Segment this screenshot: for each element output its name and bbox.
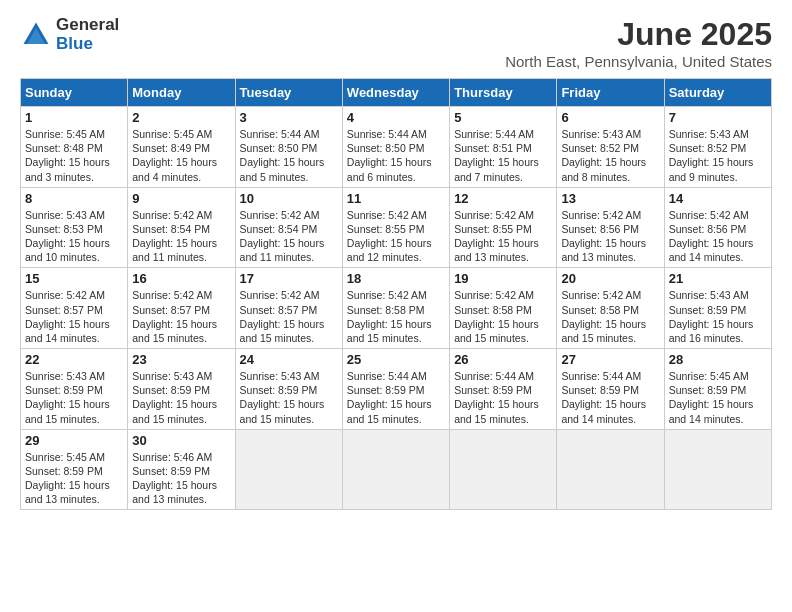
logo-blue: Blue xyxy=(56,35,119,54)
calendar-cell: 28Sunrise: 5:45 AMSunset: 8:59 PMDayligh… xyxy=(664,349,771,430)
calendar-cell: 30Sunrise: 5:46 AMSunset: 8:59 PMDayligh… xyxy=(128,429,235,510)
header-wednesday: Wednesday xyxy=(342,79,449,107)
day-info: Sunrise: 5:42 AMSunset: 8:56 PMDaylight:… xyxy=(561,208,659,265)
day-number: 8 xyxy=(25,191,123,206)
calendar-cell: 20Sunrise: 5:42 AMSunset: 8:58 PMDayligh… xyxy=(557,268,664,349)
calendar-cell: 9Sunrise: 5:42 AMSunset: 8:54 PMDaylight… xyxy=(128,187,235,268)
calendar-cell: 21Sunrise: 5:43 AMSunset: 8:59 PMDayligh… xyxy=(664,268,771,349)
calendar-cell: 18Sunrise: 5:42 AMSunset: 8:58 PMDayligh… xyxy=(342,268,449,349)
day-number: 22 xyxy=(25,352,123,367)
day-info: Sunrise: 5:45 AMSunset: 8:48 PMDaylight:… xyxy=(25,127,123,184)
day-number: 30 xyxy=(132,433,230,448)
day-info: Sunrise: 5:44 AMSunset: 8:59 PMDaylight:… xyxy=(347,369,445,426)
day-number: 28 xyxy=(669,352,767,367)
calendar-table: Sunday Monday Tuesday Wednesday Thursday… xyxy=(20,78,772,510)
day-info: Sunrise: 5:43 AMSunset: 8:52 PMDaylight:… xyxy=(669,127,767,184)
day-number: 3 xyxy=(240,110,338,125)
week-row-2: 8Sunrise: 5:43 AMSunset: 8:53 PMDaylight… xyxy=(21,187,772,268)
calendar-cell: 13Sunrise: 5:42 AMSunset: 8:56 PMDayligh… xyxy=(557,187,664,268)
weekday-header-row: Sunday Monday Tuesday Wednesday Thursday… xyxy=(21,79,772,107)
day-info: Sunrise: 5:43 AMSunset: 8:59 PMDaylight:… xyxy=(25,369,123,426)
day-info: Sunrise: 5:42 AMSunset: 8:54 PMDaylight:… xyxy=(132,208,230,265)
day-number: 17 xyxy=(240,271,338,286)
day-info: Sunrise: 5:42 AMSunset: 8:58 PMDaylight:… xyxy=(454,288,552,345)
header-monday: Monday xyxy=(128,79,235,107)
title-block: June 2025 North East, Pennsylvania, Unit… xyxy=(505,16,772,70)
location-subtitle: North East, Pennsylvania, United States xyxy=(505,53,772,70)
day-info: Sunrise: 5:45 AMSunset: 8:49 PMDaylight:… xyxy=(132,127,230,184)
day-number: 14 xyxy=(669,191,767,206)
day-info: Sunrise: 5:43 AMSunset: 8:59 PMDaylight:… xyxy=(132,369,230,426)
calendar-cell: 23Sunrise: 5:43 AMSunset: 8:59 PMDayligh… xyxy=(128,349,235,430)
calendar-cell: 6Sunrise: 5:43 AMSunset: 8:52 PMDaylight… xyxy=(557,107,664,188)
header-sunday: Sunday xyxy=(21,79,128,107)
day-number: 6 xyxy=(561,110,659,125)
day-info: Sunrise: 5:45 AMSunset: 8:59 PMDaylight:… xyxy=(25,450,123,507)
day-number: 1 xyxy=(25,110,123,125)
week-row-5: 29Sunrise: 5:45 AMSunset: 8:59 PMDayligh… xyxy=(21,429,772,510)
day-number: 23 xyxy=(132,352,230,367)
calendar-cell: 24Sunrise: 5:43 AMSunset: 8:59 PMDayligh… xyxy=(235,349,342,430)
day-info: Sunrise: 5:42 AMSunset: 8:56 PMDaylight:… xyxy=(669,208,767,265)
calendar-cell xyxy=(664,429,771,510)
logo-general: General xyxy=(56,16,119,35)
calendar-cell: 29Sunrise: 5:45 AMSunset: 8:59 PMDayligh… xyxy=(21,429,128,510)
calendar-cell: 12Sunrise: 5:42 AMSunset: 8:55 PMDayligh… xyxy=(450,187,557,268)
calendar-cell: 10Sunrise: 5:42 AMSunset: 8:54 PMDayligh… xyxy=(235,187,342,268)
day-info: Sunrise: 5:42 AMSunset: 8:57 PMDaylight:… xyxy=(25,288,123,345)
day-number: 26 xyxy=(454,352,552,367)
calendar-cell: 7Sunrise: 5:43 AMSunset: 8:52 PMDaylight… xyxy=(664,107,771,188)
header: General Blue June 2025 North East, Penns… xyxy=(20,16,772,70)
day-info: Sunrise: 5:44 AMSunset: 8:59 PMDaylight:… xyxy=(454,369,552,426)
day-info: Sunrise: 5:42 AMSunset: 8:58 PMDaylight:… xyxy=(561,288,659,345)
day-number: 15 xyxy=(25,271,123,286)
day-info: Sunrise: 5:43 AMSunset: 8:59 PMDaylight:… xyxy=(240,369,338,426)
day-number: 11 xyxy=(347,191,445,206)
calendar-cell: 14Sunrise: 5:42 AMSunset: 8:56 PMDayligh… xyxy=(664,187,771,268)
calendar-cell: 11Sunrise: 5:42 AMSunset: 8:55 PMDayligh… xyxy=(342,187,449,268)
day-number: 27 xyxy=(561,352,659,367)
day-number: 19 xyxy=(454,271,552,286)
day-info: Sunrise: 5:44 AMSunset: 8:50 PMDaylight:… xyxy=(347,127,445,184)
header-saturday: Saturday xyxy=(664,79,771,107)
day-number: 4 xyxy=(347,110,445,125)
day-info: Sunrise: 5:43 AMSunset: 8:52 PMDaylight:… xyxy=(561,127,659,184)
day-number: 21 xyxy=(669,271,767,286)
day-number: 7 xyxy=(669,110,767,125)
logo-icon xyxy=(20,19,52,51)
calendar-cell: 2Sunrise: 5:45 AMSunset: 8:49 PMDaylight… xyxy=(128,107,235,188)
calendar-cell xyxy=(342,429,449,510)
header-thursday: Thursday xyxy=(450,79,557,107)
calendar-cell xyxy=(235,429,342,510)
calendar-cell: 8Sunrise: 5:43 AMSunset: 8:53 PMDaylight… xyxy=(21,187,128,268)
day-info: Sunrise: 5:43 AMSunset: 8:53 PMDaylight:… xyxy=(25,208,123,265)
header-friday: Friday xyxy=(557,79,664,107)
calendar-cell: 27Sunrise: 5:44 AMSunset: 8:59 PMDayligh… xyxy=(557,349,664,430)
day-number: 16 xyxy=(132,271,230,286)
day-info: Sunrise: 5:42 AMSunset: 8:57 PMDaylight:… xyxy=(132,288,230,345)
calendar-cell: 26Sunrise: 5:44 AMSunset: 8:59 PMDayligh… xyxy=(450,349,557,430)
day-info: Sunrise: 5:43 AMSunset: 8:59 PMDaylight:… xyxy=(669,288,767,345)
calendar-cell: 5Sunrise: 5:44 AMSunset: 8:51 PMDaylight… xyxy=(450,107,557,188)
day-info: Sunrise: 5:42 AMSunset: 8:58 PMDaylight:… xyxy=(347,288,445,345)
week-row-4: 22Sunrise: 5:43 AMSunset: 8:59 PMDayligh… xyxy=(21,349,772,430)
week-row-1: 1Sunrise: 5:45 AMSunset: 8:48 PMDaylight… xyxy=(21,107,772,188)
day-info: Sunrise: 5:44 AMSunset: 8:51 PMDaylight:… xyxy=(454,127,552,184)
calendar-cell: 22Sunrise: 5:43 AMSunset: 8:59 PMDayligh… xyxy=(21,349,128,430)
day-number: 25 xyxy=(347,352,445,367)
day-number: 10 xyxy=(240,191,338,206)
logo: General Blue xyxy=(20,16,119,53)
logo-text: General Blue xyxy=(56,16,119,53)
day-number: 24 xyxy=(240,352,338,367)
day-number: 5 xyxy=(454,110,552,125)
calendar-cell: 19Sunrise: 5:42 AMSunset: 8:58 PMDayligh… xyxy=(450,268,557,349)
calendar-cell: 25Sunrise: 5:44 AMSunset: 8:59 PMDayligh… xyxy=(342,349,449,430)
week-row-3: 15Sunrise: 5:42 AMSunset: 8:57 PMDayligh… xyxy=(21,268,772,349)
day-number: 18 xyxy=(347,271,445,286)
day-number: 12 xyxy=(454,191,552,206)
day-info: Sunrise: 5:44 AMSunset: 8:50 PMDaylight:… xyxy=(240,127,338,184)
day-info: Sunrise: 5:42 AMSunset: 8:55 PMDaylight:… xyxy=(454,208,552,265)
header-tuesday: Tuesday xyxy=(235,79,342,107)
calendar-cell: 1Sunrise: 5:45 AMSunset: 8:48 PMDaylight… xyxy=(21,107,128,188)
calendar-cell xyxy=(450,429,557,510)
